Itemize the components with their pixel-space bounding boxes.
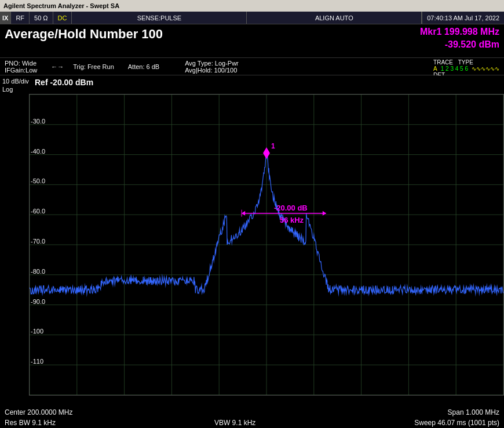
sweep-label: Sweep 46.07 ms (1001 pts) (414, 419, 499, 427)
info-row: PNO: Wide IFGain:Low ←→ Trig: Free Run A… (0, 58, 504, 75)
span-label: Span 1.000 MHz (448, 408, 499, 416)
center-span-row: Center 200.0000 MHz Span 1.000 MHz (0, 407, 504, 418)
spectrum-canvas (30, 95, 503, 395)
avg-type-label: Avg Type: Log-Pwr (185, 60, 239, 67)
pno-info: PNO: Wide IFGain:Low (5, 60, 37, 74)
align-label: ALIGN AUTO (247, 12, 422, 24)
trace-a-label: A (433, 66, 437, 72)
pno-label: PNO: Wide (5, 60, 36, 67)
avg-hold-label: Avg|Hold: 100/100 (185, 67, 237, 74)
trace-header-label: TRACE (433, 59, 453, 66)
spectrum-grid (29, 94, 504, 396)
scale-div-label: 10 dB/div (2, 78, 29, 85)
vbw-label: VBW 9.1 kHz (214, 419, 255, 427)
title-bar: Agilent Spectrum Analyzer - Swept SA (0, 0, 504, 12)
impedance-label: 50 Ω (30, 12, 53, 24)
type-header-label: TYPE (458, 59, 473, 66)
marker-freq-readout: Mkr1 199.998 MHz (420, 27, 499, 37)
bottom-labels: Center 200.0000 MHz Span 1.000 MHz Res B… (0, 399, 504, 428)
trig-label: Trig: Free Run (73, 63, 114, 70)
marker-level-readout: -39.520 dBm (445, 39, 499, 50)
res-bw-label: Res BW 9.1 kHz (5, 419, 56, 427)
sense-label: SENSE:PULSE (72, 12, 247, 24)
rf-label: RF (11, 12, 30, 24)
coupling-label: DC (53, 12, 72, 24)
atten-info: Atten: 6 dB (128, 63, 159, 70)
avg-type-info: Avg Type: Log-Pwr Avg|Hold: 100/100 (185, 60, 239, 74)
trace-nums: 1 2 3 4 5 6 (441, 66, 468, 72)
log-label: Log (2, 86, 13, 93)
status-bar: IX RF 50 Ω DC SENSE:PULSE ALIGN AUTO 07:… (0, 12, 504, 24)
ix-indicator: IX (0, 12, 11, 24)
trace-values-row: A 1 2 3 4 5 6 ∿∿∿∿∿∿ (433, 66, 499, 72)
ifgain-label: IFGain:Low (5, 67, 37, 74)
center-freq-label: Center 200.0000 MHz (5, 408, 72, 416)
arrow-indicator: ←→ (51, 63, 64, 70)
trace-header-row: TRACE TYPE (433, 59, 499, 66)
ref-label: Ref -20.00 dBm (35, 78, 93, 87)
atten-label: Atten: 6 dB (128, 63, 159, 70)
timestamp-label: 07:40:13 AM Jul 17, 2022 (422, 12, 504, 24)
chart-container: 10 dB/div Log Ref -20.00 dBm Center 200.… (0, 75, 504, 428)
res-sweep-row: Res BW 9.1 kHz VBW 9.1 kHz Sweep 46.07 m… (0, 418, 504, 428)
type-squiggle: ∿∿∿∿∿∿ (472, 66, 499, 72)
app-title: Agilent Spectrum Analyzer - Swept SA (3, 2, 119, 9)
header-row: Average/Hold Number 100 Mkr1 199.998 MHz… (0, 24, 504, 58)
trig-info: Trig: Free Run (73, 63, 114, 70)
